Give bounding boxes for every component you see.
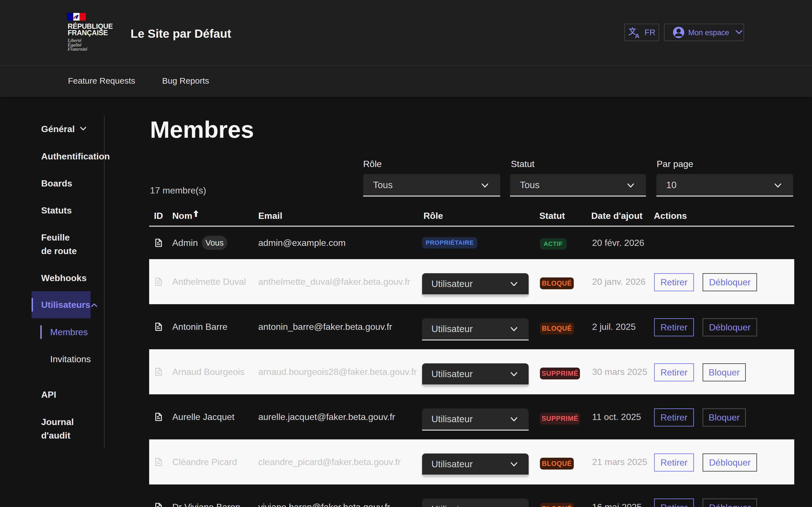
- svg-text:A: A: [635, 33, 640, 39]
